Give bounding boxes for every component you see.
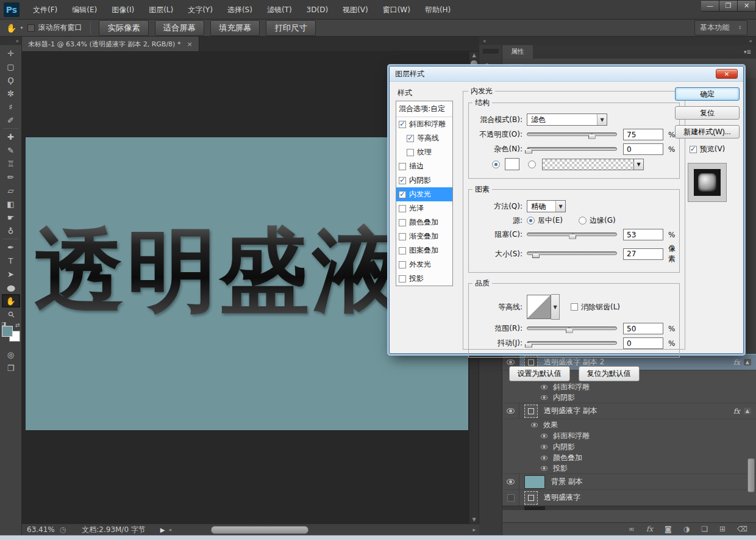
opacity-input[interactable] <box>623 129 663 140</box>
menu-edit[interactable]: 编辑(E) <box>65 0 104 20</box>
tool-preset-caret-icon[interactable]: ▾ <box>20 25 23 31</box>
smudge-tool[interactable]: ☛ <box>2 211 20 224</box>
checkbox-icon[interactable] <box>399 219 406 226</box>
blending-options-item[interactable]: 混合选项:自定 <box>396 101 452 117</box>
eye-icon[interactable] <box>541 433 547 438</box>
style-inner-shadow[interactable]: 内阴影 <box>396 173 452 187</box>
style-texture[interactable]: 纹理 <box>396 145 452 159</box>
workspace-switcher[interactable]: 基本功能 ⇕ <box>694 20 747 35</box>
hand-tool-preset-icon[interactable]: ✋ <box>6 23 16 33</box>
eye-icon[interactable] <box>541 444 547 449</box>
layer-style-icon[interactable]: fx <box>646 525 653 533</box>
smart-object-thumbnail[interactable] <box>524 491 538 505</box>
style-gradient-overlay[interactable]: 渐变叠加 <box>396 229 452 243</box>
noise-slider[interactable] <box>527 145 617 154</box>
collapsed-panel-handle[interactable] <box>483 49 499 54</box>
style-color-overlay[interactable]: 颜色叠加 <box>396 215 452 229</box>
checkbox-checked-icon[interactable] <box>399 177 406 184</box>
path-selection-tool[interactable]: ➤ <box>2 267 20 281</box>
dialog-title-bar[interactable]: 图层样式 ✕ <box>390 67 743 82</box>
dock-collapse-left-icon[interactable]: « <box>483 37 487 45</box>
pen-tool[interactable]: ✒ <box>2 240 20 254</box>
maximize-button[interactable]: ❐ <box>719 0 738 12</box>
foreground-color-swatch[interactable] <box>2 326 13 337</box>
dialog-close-icon[interactable]: ✕ <box>716 69 738 79</box>
menu-3d[interactable]: 3D(D) <box>299 0 335 20</box>
type-tool[interactable]: T <box>2 254 20 267</box>
checkbox-icon[interactable] <box>407 149 414 156</box>
fx-badge[interactable]: fx <box>733 358 740 367</box>
document-tab-close-icon[interactable]: × <box>187 37 192 52</box>
marquee-tool[interactable]: ▢ <box>2 60 20 73</box>
contour-thumbnail[interactable] <box>527 295 551 319</box>
close-button[interactable]: ✕ <box>738 0 756 12</box>
paint-bucket-tool[interactable]: ◧ <box>2 197 20 211</box>
eye-icon[interactable] <box>541 466 547 471</box>
jitter-slider[interactable] <box>527 339 617 348</box>
actual-pixels-button[interactable]: 实际像素 <box>99 20 148 36</box>
blend-mode-select[interactable]: 滤色 ▼ <box>527 113 607 126</box>
glow-color-radio[interactable] <box>492 160 500 168</box>
healing-brush-tool[interactable]: ✚ <box>2 130 20 143</box>
checkbox-checked-icon[interactable] <box>407 135 414 142</box>
reset-default-button[interactable]: 复位为默认值 <box>579 366 640 381</box>
style-stroke[interactable]: 描边 <box>396 159 452 173</box>
layer-name[interactable]: 背景 副本 <box>551 477 583 487</box>
eye-icon[interactable] <box>541 455 547 460</box>
source-edge-radio[interactable] <box>579 217 587 225</box>
history-brush-tool[interactable]: ✏ <box>2 170 20 184</box>
range-input[interactable] <box>623 323 663 334</box>
style-pattern-overlay[interactable]: 图案叠加 <box>396 243 452 257</box>
style-contour[interactable]: 等高线 <box>396 131 452 145</box>
choke-input[interactable] <box>623 229 663 240</box>
document-horizontal-scrollbar[interactable]: ▸ <box>177 526 477 534</box>
zoom-level[interactable]: 63.41% <box>22 525 60 534</box>
fill-screen-button[interactable]: 填充屏幕 <box>210 20 260 36</box>
dodge-tool[interactable]: ♁ <box>2 224 20 237</box>
menu-image[interactable]: 图像(I) <box>104 0 141 20</box>
horizontal-scroll-thumb[interactable] <box>211 526 308 534</box>
source-center-radio[interactable] <box>527 217 535 225</box>
eye-icon[interactable] <box>507 359 515 365</box>
effect-item[interactable]: 内阴影 <box>502 392 756 403</box>
eyedropper-tool[interactable]: ✐ <box>2 113 20 127</box>
effect-item[interactable]: 颜色叠加 <box>502 452 756 463</box>
menu-file[interactable]: 文件(F) <box>26 0 65 20</box>
scroll-up-icon[interactable]: ▲ <box>469 52 479 59</box>
collapse-effects-icon[interactable]: ▲ <box>744 359 751 365</box>
fx-badge[interactable]: fx <box>733 407 740 416</box>
scroll-down-icon[interactable]: ▼ <box>469 516 479 524</box>
menu-help[interactable]: 帮助(H) <box>418 0 458 20</box>
status-flyout-icon[interactable]: ▶ <box>160 527 165 533</box>
lasso-tool[interactable]: Ϙ <box>2 73 20 87</box>
visibility-cell[interactable] <box>502 474 519 489</box>
visibility-cell[interactable] <box>502 403 519 419</box>
eye-icon[interactable] <box>507 408 515 414</box>
ellipse-tool[interactable]: ● <box>0 281 23 294</box>
scroll-left-icon[interactable]: ◂ <box>169 527 172 533</box>
eye-icon[interactable] <box>541 384 547 389</box>
menu-select[interactable]: 选择(S) <box>220 0 260 20</box>
menu-layer[interactable]: 图层(L) <box>141 0 180 20</box>
layer-thumbnail[interactable] <box>524 475 545 489</box>
style-outer-glow[interactable]: 外发光 <box>396 257 452 272</box>
magic-wand-tool[interactable]: ✼ <box>2 87 20 100</box>
layer-row-copy1[interactable]: 透明盛液字 副本 fx ▲ <box>502 403 756 419</box>
crop-tool[interactable]: ♯ <box>2 100 20 113</box>
layer-row-original[interactable]: 透明盛液字 <box>502 490 756 506</box>
move-tool[interactable]: ✛ <box>2 46 20 60</box>
new-group-icon[interactable]: ❏ <box>701 525 708 533</box>
scroll-right-icon[interactable]: ▸ <box>472 527 476 533</box>
eraser-tool[interactable]: ▱ <box>2 184 20 197</box>
style-bevel-emboss[interactable]: 斜面和浮雕 <box>396 117 452 131</box>
dock-collapse-right-icon[interactable]: » <box>749 37 752 45</box>
glow-gradient-radio[interactable] <box>528 160 536 168</box>
screen-mode-icon[interactable]: ❐ <box>2 361 20 375</box>
checkbox-icon[interactable] <box>399 247 406 254</box>
checkbox-checked-icon[interactable] <box>399 121 406 128</box>
eye-icon[interactable] <box>507 479 515 484</box>
print-size-button[interactable]: 打印尺寸 <box>266 20 315 36</box>
scroll-all-windows-checkbox[interactable] <box>27 24 35 32</box>
clone-stamp-tool[interactable]: ♖ <box>2 157 20 170</box>
checkbox-icon[interactable] <box>399 163 406 170</box>
